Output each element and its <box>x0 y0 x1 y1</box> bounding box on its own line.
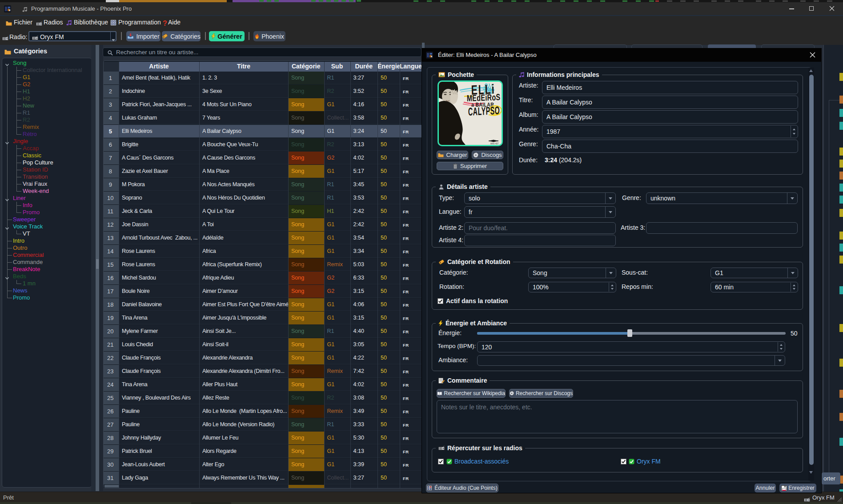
svg-text:CALYPSO: CALYPSO <box>468 104 500 118</box>
svg-text:MINI 45T: MINI 45T <box>490 143 499 145</box>
